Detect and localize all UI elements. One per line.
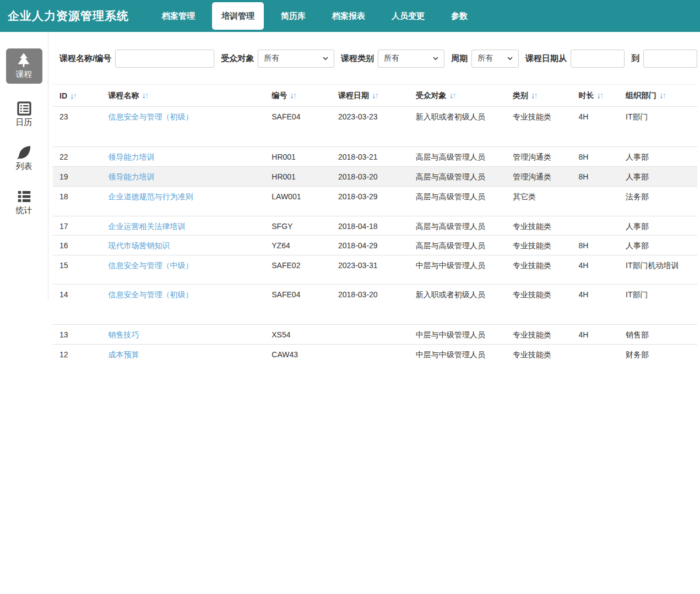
cell-code: HR001	[265, 147, 332, 167]
sidebar-item-courses[interactable]: 课程	[6, 48, 42, 84]
table-row: 19领导能力培训HR0012018-03-20高层与高级管理人员管理沟通类8H人…	[53, 167, 697, 187]
course-link[interactable]: 信息安全与管理（初级）	[108, 112, 193, 121]
category-select[interactable]: 所有	[378, 50, 444, 68]
cell-department: 人事部	[619, 167, 697, 187]
course-link[interactable]: 销售技巧	[108, 330, 139, 339]
course-link[interactable]: 企业道德规范与行为准则	[108, 192, 193, 201]
nav-tab-resumes[interactable]: 简历库	[272, 2, 315, 30]
cell-date: 2023-03-31	[332, 255, 409, 285]
cell-duration: 4H	[572, 255, 620, 285]
cell-duration: 4H	[572, 285, 620, 325]
cell-audience: 新入职或者初级人员	[409, 107, 506, 147]
column-header-duration[interactable]: 时长↓↑	[572, 85, 620, 107]
sort-icon: ↓↑	[290, 90, 296, 100]
chevron-down-icon	[432, 55, 439, 62]
course-link[interactable]: 领导能力培训	[108, 152, 155, 161]
date-from-input[interactable]	[571, 50, 625, 68]
audience-select[interactable]: 所有	[258, 50, 334, 68]
cell-code: SAFE04	[265, 285, 332, 325]
date-to-input[interactable]	[643, 50, 697, 68]
table-row: 16现代市场营销知识YZ642018-04-29高层与高级管理人员专业技能类8H…	[53, 236, 697, 255]
table-row: 17企业运营相关法律培训SFGY2018-04-18高层与高级管理人员专业技能类…	[53, 216, 697, 236]
course-link[interactable]: 企业运营相关法律培训	[108, 222, 186, 231]
cell-category: 专业技能类	[506, 285, 572, 325]
cell-name: 销售技巧	[102, 325, 265, 345]
nav-tab-personnel-changes[interactable]: 人员变更	[382, 2, 434, 30]
column-header-date[interactable]: 课程日期↓↑	[332, 85, 409, 107]
sort-icon: ↓↑	[70, 91, 76, 100]
filter-bar: 课程名称/编号 受众对象 所有 课程类别 所有 周期 所有 课程日期从 到	[53, 49, 697, 68]
cell-code: LAW001	[265, 187, 332, 216]
sort-icon: ↓↑	[142, 90, 148, 100]
courses-table: ID↓↑课程名称↓↑编号↓↑课程日期↓↑受众对象↓↑类别↓↑时长↓↑组织部门↓↑…	[53, 84, 697, 364]
column-header-code[interactable]: 编号↓↑	[265, 85, 332, 107]
cell-id: 12	[53, 345, 102, 364]
sidebar-item-list[interactable]: 列表	[16, 144, 32, 172]
sidebar-item-label: 课程	[16, 69, 32, 80]
app-title: 企业人力资源管理系统	[0, 8, 137, 24]
cell-id: 14	[53, 285, 102, 325]
nav-tab-training[interactable]: 培训管理	[212, 2, 264, 30]
column-header-label: 课程日期	[338, 91, 369, 100]
cell-audience: 高层与高级管理人员	[409, 187, 506, 216]
stats-icon	[16, 188, 32, 205]
period-select-value: 所有	[477, 53, 493, 63]
cell-name: 企业道德规范与行为准则	[102, 187, 265, 216]
cell-date: 2018-03-20	[332, 167, 409, 187]
cell-department: 人事部	[619, 147, 697, 167]
column-header-category[interactable]: 类别↓↑	[506, 85, 572, 107]
cell-name: 领导能力培训	[102, 167, 265, 187]
cell-duration: 8H	[572, 236, 620, 255]
cell-name: 企业运营相关法律培训	[102, 216, 265, 236]
column-header-label: ID	[59, 91, 67, 100]
nav-tab-archives[interactable]: 档案管理	[153, 2, 204, 30]
cell-department: 财务部	[619, 345, 697, 364]
sidebar-item-calendar[interactable]: 日历	[16, 100, 32, 128]
cell-name: 信息安全与管理（中级）	[102, 255, 265, 285]
sort-icon: ↓↑	[531, 90, 537, 100]
cell-audience: 中层与中级管理人员	[409, 325, 506, 345]
course-link[interactable]: 成本预算	[108, 350, 139, 359]
table-row: 23信息安全与管理（初级）SAFE042023-03-23新入职或者初级人员专业…	[53, 107, 697, 147]
cell-audience: 高层与高级管理人员	[409, 147, 506, 167]
course-name-input[interactable]	[115, 50, 214, 68]
cell-code: SAFE02	[265, 255, 332, 285]
cell-date: 2018-04-29	[332, 236, 409, 255]
cell-duration: 8H	[572, 167, 620, 187]
sort-icon: ↓↑	[372, 90, 378, 100]
nav-tab-reports[interactable]: 档案报表	[323, 2, 375, 30]
column-header-name[interactable]: 课程名称↓↑	[102, 85, 265, 107]
cell-date: 2023-03-23	[332, 107, 409, 147]
sort-icon: ↓↑	[659, 90, 665, 100]
sidebar: 课程日历列表统计	[0, 32, 48, 300]
table-row: 18企业道德规范与行为准则LAW0012018-03-29高层与高级管理人员其它…	[53, 187, 697, 216]
chevron-down-icon	[507, 55, 513, 62]
cell-code: XS54	[265, 325, 332, 345]
course-link[interactable]: 领导能力培训	[108, 172, 155, 181]
cell-department: 人事部	[619, 236, 697, 255]
column-header-audience[interactable]: 受众对象↓↑	[409, 85, 506, 107]
cell-audience: 新入职或者初级人员	[409, 285, 506, 325]
course-link[interactable]: 信息安全与管理（中级）	[108, 261, 193, 270]
period-select[interactable]: 所有	[471, 50, 519, 68]
course-link[interactable]: 现代市场营销知识	[108, 241, 170, 250]
cell-category: 管理沟通类	[506, 167, 572, 187]
cell-duration: 8H	[572, 147, 620, 167]
column-header-id[interactable]: ID↓↑	[53, 85, 102, 107]
audience-select-value: 所有	[264, 53, 279, 63]
cell-date	[332, 345, 409, 364]
column-header-label: 编号	[272, 91, 287, 100]
cell-name: 信息安全与管理（初级）	[102, 285, 265, 325]
category-select-value: 所有	[384, 53, 399, 63]
sidebar-item-stats[interactable]: 统计	[16, 188, 32, 216]
cell-duration: 4H	[572, 107, 620, 147]
cell-duration	[572, 345, 620, 364]
column-header-department[interactable]: 组织部门↓↑	[619, 85, 697, 107]
cell-name: 领导能力培训	[102, 147, 265, 167]
cell-category: 专业技能类	[506, 236, 572, 255]
nav-tab-parameters[interactable]: 参数	[442, 2, 477, 30]
course-link[interactable]: 信息安全与管理（初级）	[108, 290, 193, 299]
column-header-label: 类别	[513, 91, 528, 100]
cell-id: 23	[53, 107, 102, 147]
cell-code: CAW43	[265, 345, 332, 364]
